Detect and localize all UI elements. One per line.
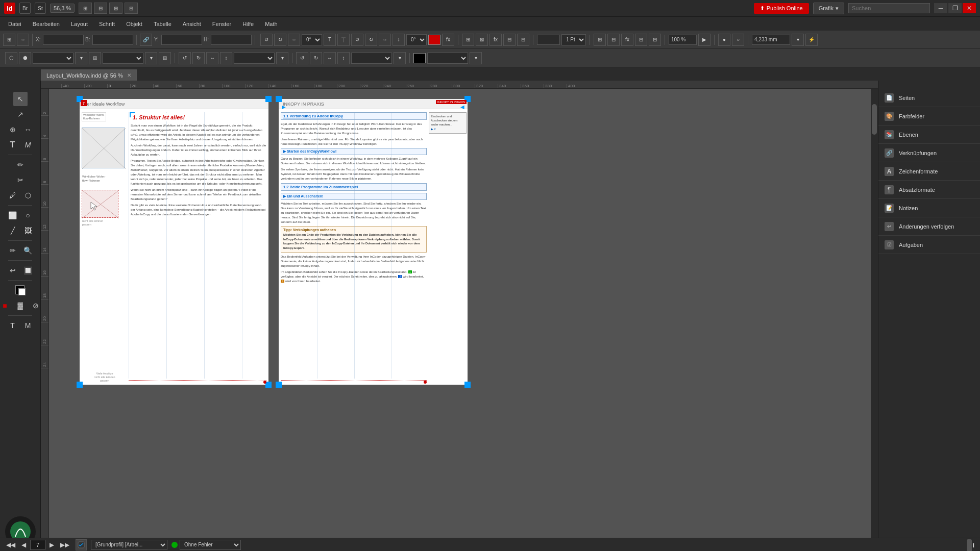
panel-absatzformate[interactable]: ¶ Absatzformate [878, 181, 980, 199]
align-btn[interactable]: ⊟ [503, 34, 516, 46]
t2-btn9[interactable]: ▾ [470, 52, 482, 64]
scroll-thumb[interactable] [872, 104, 877, 135]
anchor-btn[interactable]: T [324, 34, 336, 46]
flip3-btn[interactable]: ↕ [393, 34, 405, 46]
h-input[interactable] [211, 35, 252, 45]
transform-btn[interactable]: ⊞ [3, 34, 15, 46]
t2-select4[interactable] [351, 53, 392, 64]
align3-btn[interactable]: ⊟ [635, 34, 647, 46]
t2-color-box[interactable] [413, 53, 426, 63]
menu-datei[interactable]: Datei [3, 19, 27, 29]
right-side-scroll[interactable] [966, 538, 973, 551]
zoom-in-btn[interactable]: ▶ [698, 34, 710, 46]
effect-btn[interactable]: fx [442, 34, 454, 46]
tool-eyedrop[interactable]: ↩ [6, 263, 20, 278]
t2-rotate2-cw[interactable]: ↻ [310, 52, 322, 64]
document-canvas[interactable]: 7 Der ideale Workflow 1. Struktur ist al… [49, 89, 878, 551]
rotate-cw-btn[interactable]: ↻ [274, 34, 286, 46]
tool-zoom[interactable]: 🔍 [21, 243, 35, 258]
pt-input[interactable] [537, 35, 560, 45]
tool-frame[interactable]: 🖼 [21, 223, 35, 238]
y-input[interactable] [161, 35, 202, 45]
menu-bearbeiten[interactable]: Bearbeiten [28, 19, 65, 29]
vertical-scrollbar[interactable] [871, 89, 878, 551]
menu-objekt[interactable]: Objekt [121, 19, 148, 29]
preview-btn[interactable]: ⊞ [594, 34, 606, 46]
tool-ellipse[interactable]: ○ [21, 208, 35, 222]
border-btn[interactable]: ○ [732, 34, 744, 46]
nav-first-btn[interactable]: ◀◀ [4, 540, 17, 549]
tool-rect[interactable]: ⬜ [6, 208, 20, 222]
tool-hand[interactable]: ✏ [6, 243, 20, 258]
t2-select2[interactable] [103, 53, 143, 64]
frame3-btn[interactable]: fx [489, 34, 502, 46]
t2-btn2[interactable]: ⬢ [19, 52, 31, 64]
zoom-display[interactable]: 56,3 % [50, 4, 75, 13]
angle-select[interactable]: 0° [302, 34, 322, 45]
tool-text[interactable]: T [6, 138, 20, 152]
tool-measure[interactable]: 🔲 [21, 263, 35, 278]
t2-flip-h[interactable]: ↔ [206, 52, 218, 64]
nav-prev-btn[interactable]: ◀ [19, 540, 28, 549]
t2-btn6[interactable]: ⊞ [159, 52, 171, 64]
menu-math[interactable]: Math [260, 19, 282, 29]
t2-select5[interactable] [427, 53, 468, 64]
t2-rotate-ccw[interactable]: ↺ [179, 52, 191, 64]
effect2-btn[interactable]: fx [621, 34, 633, 46]
right-scroll-thumb[interactable] [967, 539, 972, 551]
tool-anchor[interactable]: ⬡ [21, 188, 35, 203]
menu-layout[interactable]: Layout [66, 19, 93, 29]
rotate-ccw-btn[interactable]: ↺ [260, 34, 273, 46]
more-btn[interactable]: ▾ [792, 34, 804, 46]
nav-last-btn[interactable]: ▶▶ [58, 540, 71, 549]
pt-select[interactable]: 1 Pt [561, 34, 586, 45]
view-btn-4[interactable]: ⊟ [125, 3, 138, 14]
panel-aenderungen[interactable]: ↩ Änderungen verfolgen [878, 217, 980, 236]
t2-btn7[interactable]: ▾ [276, 52, 288, 64]
panel-seiten[interactable]: 📄 Seiten [878, 89, 980, 107]
panel-farbfelder[interactable]: 🎨 Farbfelder [878, 107, 980, 126]
flip-btn[interactable]: ↔ [17, 34, 29, 46]
t2-rotate2-ccw[interactable]: ↺ [296, 52, 308, 64]
t2-select1[interactable] [33, 53, 74, 64]
view-btn-3[interactable]: ⊞ [109, 3, 122, 14]
frame2-btn[interactable]: ⊠ [476, 34, 488, 46]
t2-flip-v[interactable]: ↕ [220, 52, 232, 64]
tool-page[interactable]: ⊕ [6, 122, 20, 137]
tool-normal-view[interactable]: T [6, 318, 20, 333]
page-number-input[interactable] [30, 540, 45, 550]
b-input[interactable] [92, 35, 133, 45]
percent-input[interactable] [669, 35, 697, 45]
t2-flip2-h[interactable]: ↔ [324, 52, 336, 64]
menu-tabelle[interactable]: Tabelle [149, 19, 177, 29]
tool-direct-select[interactable]: ↗ [13, 107, 28, 121]
restore-button[interactable]: ❐ [948, 3, 962, 13]
tool-line[interactable]: ╱ [6, 223, 20, 238]
minimize-button[interactable]: ─ [934, 3, 947, 13]
panel-notizen[interactable]: 📝 Notizen [878, 199, 980, 217]
rotate3-btn[interactable]: ↻ [365, 34, 377, 46]
t2-btn4[interactable]: ⊞ [89, 52, 101, 64]
preview2-btn[interactable]: ⊟ [607, 34, 620, 46]
tool-gap[interactable]: ↔ [21, 122, 35, 137]
flip2-btn[interactable]: ↔ [379, 34, 391, 46]
panel-aufgaben[interactable]: ☑ Aufgaben [878, 236, 980, 254]
t2-btn5[interactable]: ▾ [145, 52, 157, 64]
flip-h-btn[interactable]: ↔ [288, 34, 300, 46]
stroke-color-swatch[interactable] [18, 288, 26, 295]
t2-flip2-v[interactable]: ↕ [337, 52, 350, 64]
tool-text2[interactable]: M [21, 138, 35, 152]
preflight-profile-select[interactable]: [Grundprofil] [Arbei... [91, 540, 167, 550]
t2-rotate-cw[interactable]: ↻ [192, 52, 205, 64]
t2-btn8[interactable]: ▾ [394, 52, 406, 64]
mm-input[interactable] [752, 35, 790, 45]
panel-ebenen[interactable]: 📚 Ebenen [878, 126, 980, 144]
search-input[interactable] [848, 3, 930, 13]
tool-gradient-apply[interactable]: ▓ [13, 298, 28, 313]
view-btn-1[interactable]: ⊞ [79, 3, 92, 14]
t2-btn3[interactable]: ▾ [75, 52, 87, 64]
bridge-icon[interactable]: Br [19, 3, 31, 14]
close-button[interactable]: ✕ [963, 3, 976, 13]
angle2-select[interactable]: 0° [406, 34, 427, 45]
menu-schrift[interactable]: Schrift [94, 19, 120, 29]
